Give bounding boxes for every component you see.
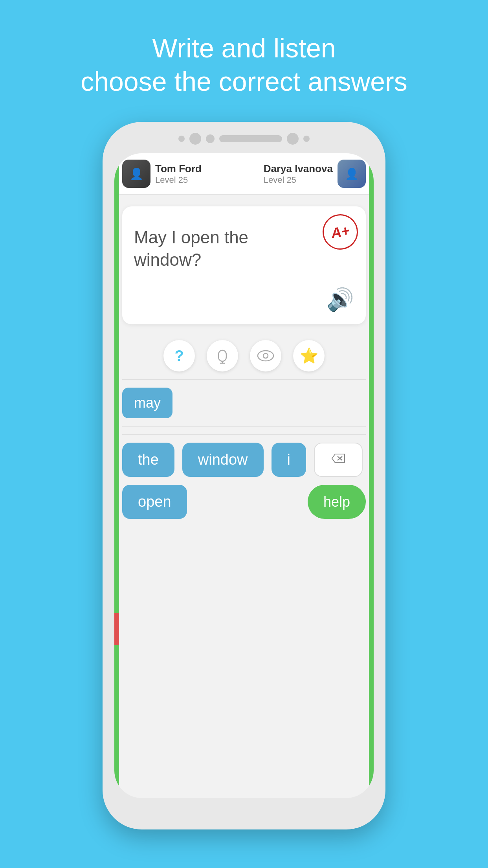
left-progress-green-bottom (114, 645, 119, 798)
phone-top-bar (178, 133, 310, 145)
word-chip-i[interactable]: i (272, 443, 306, 477)
right-progress-bar (369, 153, 374, 798)
player-right: 👤 Darya Ivanova Level 25 (264, 160, 366, 188)
right-progress-green (369, 153, 374, 798)
avatar-left-placeholder: 👤 (122, 160, 150, 188)
answer-chip-may[interactable]: may (122, 388, 172, 418)
avatar-left: 👤 (122, 160, 150, 188)
word-chip-the[interactable]: the (122, 443, 174, 477)
phone-mockup: 👤 Tom Ford Level 25 👤 Darya Ivanova Leve… (103, 122, 385, 829)
spacer (114, 427, 374, 434)
avatar-right-placeholder: 👤 (338, 160, 366, 188)
player-right-level: Level 25 (264, 175, 333, 185)
help-button[interactable]: help (308, 485, 366, 519)
dot-3 (206, 134, 215, 143)
phone-shell: 👤 Tom Ford Level 25 👤 Darya Ivanova Leve… (103, 122, 385, 829)
dot-4 (287, 133, 299, 145)
phone-screen: 👤 Tom Ford Level 25 👤 Darya Ivanova Leve… (114, 153, 374, 798)
phone-pill (219, 135, 282, 142)
player-left-level: Level 25 (155, 175, 202, 185)
dot-5 (303, 136, 310, 142)
left-progress-bar (114, 153, 119, 798)
word-chip-delete[interactable] (314, 443, 363, 477)
hint-row: ? ⭐ (114, 332, 374, 379)
player-left-info: Tom Ford Level 25 (155, 163, 202, 185)
listen-hint-button[interactable] (207, 340, 238, 371)
player-right-info: Darya Ivanova Level 25 (264, 163, 333, 185)
svg-point-3 (263, 353, 268, 358)
dot-2 (189, 133, 201, 145)
audio-icon[interactable]: 🔊 (327, 287, 354, 313)
question-card: A+ May I open the window? 🔊 (122, 206, 366, 324)
avatar-right: 👤 (338, 160, 366, 188)
svg-point-2 (258, 351, 273, 361)
favorite-hint-button[interactable]: ⭐ (293, 340, 325, 371)
eye-hint-button[interactable] (250, 340, 281, 371)
left-progress-red (114, 613, 119, 645)
header-title: Write and listen choose the correct answ… (57, 31, 431, 98)
question-text: May I open the window? (134, 226, 354, 271)
word-chip-open[interactable]: open (122, 485, 187, 519)
player-left-name: Tom Ford (155, 163, 202, 175)
player-right-name: Darya Ivanova (264, 163, 333, 175)
question-hint-button[interactable]: ? (163, 340, 195, 371)
left-progress-green-top (114, 153, 119, 613)
answer-area: may (122, 379, 366, 427)
audio-button-area[interactable]: 🔊 (134, 287, 354, 313)
word-choices-area: the window i open help (114, 435, 374, 527)
players-header: 👤 Tom Ford Level 25 👤 Darya Ivanova Leve… (114, 153, 374, 195)
dot-1 (178, 136, 185, 142)
player-left: 👤 Tom Ford Level 25 (122, 160, 202, 188)
word-chip-window[interactable]: window (182, 443, 264, 477)
